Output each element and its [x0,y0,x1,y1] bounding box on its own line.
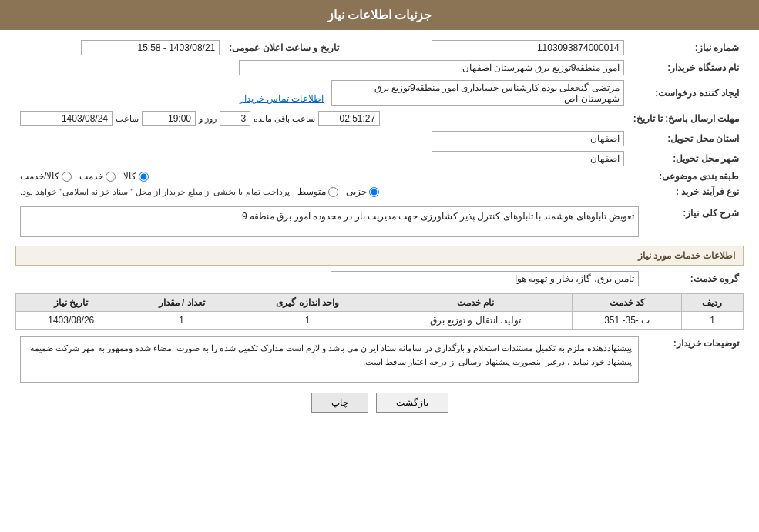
col-vahed: واحد اندازه گیری [237,294,378,312]
etelaat-link[interactable]: اطلاعات تماس خریدار [240,93,324,104]
noe-farayand-label: نوع فرآیند خرید : [629,184,744,199]
ijad-konande-value: مرتضی گنجعلی بوده کارشناس حسابداری امور … [15,78,629,109]
farayand-text: پرداخت تمام یا بخشی از مبلغ خریدار از مح… [20,187,290,197]
radio-kala-khadamat[interactable]: کالا/خدمت [20,171,72,182]
sharh-value: تعویض تابلوهای هوشمند با تابلوهای کنترل … [20,206,639,237]
col-radif: ردیف [681,294,743,312]
shahr-value: اصفهان [15,149,629,169]
btn-bazgasht[interactable]: بازگشت [376,393,448,413]
saat-value: 19:00 [142,111,196,126]
baqi-value: 02:51:27 [318,111,380,126]
goroh-label: گروه خدمت: [643,269,744,289]
shahr-label: شهر محل تحویل: [629,149,744,169]
tozi-label: توضیحات خریدار: [643,334,744,385]
radio-kala[interactable]: کالا [123,171,149,182]
saat-label: ساعت [116,114,139,124]
ostan-value: اصفهان [15,129,629,149]
services-table: ردیف کد خدمت نام خدمت واحد اندازه گیری ت… [15,293,744,330]
tozi-value: پیشنهاددهنده ملزم به تکمیل مستندات استعل… [20,336,639,383]
rooz-value: 3 [220,111,250,126]
tarikh-sabt-value: 1403/08/21 - 15:58 [15,38,224,58]
shomara-niaz-label: شماره نیاز: [629,38,744,58]
col-kod: کد خدمت [573,294,682,312]
radio-jozi[interactable]: جزیی [346,186,379,197]
date-value: 1403/08/24 [20,111,113,126]
sharh-label: شرح کلی نیاز: [643,204,744,239]
nam-dastgah-value: امور منطقه9توزیع برق شهرستان اصفهان [15,58,629,78]
goroh-value: تامین برق، گاز، بخار و تهویه هوا [15,269,643,289]
page-header: جزئیات اطلاعات نیاز [0,0,759,30]
khadamat-title: اطلاعات خدمات مورد نیاز [15,246,744,266]
ijad-konande-label: ایجاد کننده درخواست: [629,78,744,109]
col-nam: نام خدمت [378,294,573,312]
page-title: جزئیات اطلاعات نیاز [327,8,432,22]
tarikh-sabt-label: تاریخ و ساعت اعلان عمومی: [224,38,343,58]
table-row: 1 ت -35- 351 تولید، انتقال و توزیع برق 1… [16,312,744,330]
nam-dastgah-label: نام دستگاه خریدار: [629,58,744,78]
radio-khadamat[interactable]: خدمت [79,171,116,182]
baqi-label: ساعت باقی مانده [254,114,315,124]
rooz-label: روز و [199,114,217,124]
ostan-label: استان محل تحویل: [629,129,744,149]
btn-chap[interactable]: چاپ [311,393,368,413]
radio-motavaset[interactable]: متوسط [297,186,338,197]
tabaqe-label: طبقه بندی موضوعی: [629,169,744,184]
shomara-niaz-value: 1103093874000014 [344,38,629,58]
mohlat-label: مهلت ارسال پاسخ: تا تاریخ: [629,109,744,129]
col-tarikh: تاریخ نیاز [16,294,126,312]
col-tedad: تعداد / مقدار [126,294,237,312]
